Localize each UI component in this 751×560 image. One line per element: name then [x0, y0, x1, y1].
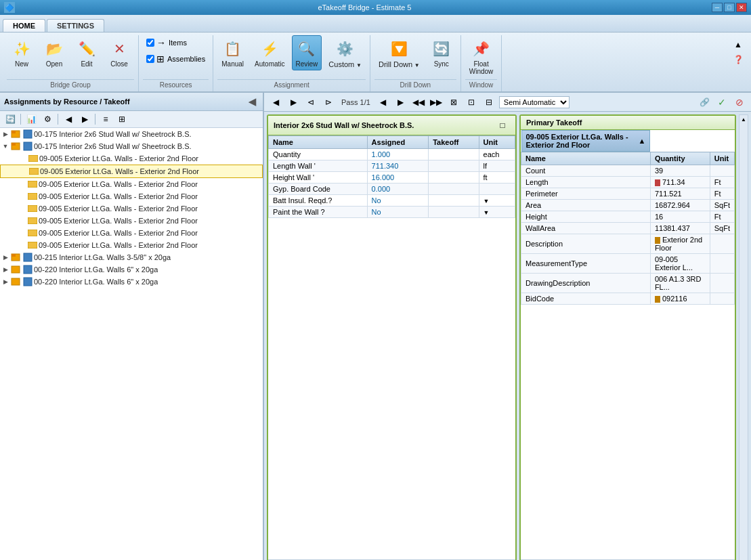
assemblies-checkbox[interactable] [146, 55, 154, 63]
tree-item[interactable]: ▼ 00-175 Interior 2x6 Stud Wall w/ Sheet… [0, 140, 263, 152]
tree-item[interactable]: ▶ 09-005 Exterior Lt.Ga. Walls - Exterio… [0, 152, 263, 165]
item-icon [22, 129, 33, 139]
row-name: DrawingDescription [521, 274, 651, 293]
row-name: WallArea [521, 223, 651, 234]
pass-nav-1[interactable]: ◀ [376, 95, 391, 109]
group-icon [10, 277, 21, 286]
edit-button[interactable]: ✏️ Edit [72, 35, 102, 70]
drilldown-group-content: 🔽 Drill Down ▼ 🔄 Sync [374, 35, 456, 78]
expand-icon[interactable]: ▼ [1, 142, 9, 150]
assignment-panel: Interior 2x6 Stud Wall w/ Sheetrock B.S.… [267, 114, 517, 560]
tree-container: ▶ 00-175 Interior 2x6 Stud Wall w/ Sheet… [0, 128, 263, 560]
items-checkbox-row[interactable]: → Items [143, 35, 209, 50]
help-up-button[interactable]: ▲ [731, 38, 746, 51]
tree-item-selected[interactable]: ▶ 09-005 Exterior Lt.Ga. Walls - Exterio… [0, 165, 263, 178]
tree-item-label: 09-005 Exterior Lt.Ga. Walls - Exterior … [39, 192, 198, 200]
tree-item[interactable]: ▶ 00-215 Interior Lt.Ga. Walls 3-5/8" x … [0, 251, 263, 263]
row-assigned: 1.000 [367, 149, 429, 160]
scroll-up[interactable]: ▲ [741, 116, 746, 123]
expand-icon[interactable]: ▶ [1, 278, 9, 286]
items-checkbox[interactable] [146, 39, 154, 47]
tree-item-label: 00-175 Interior 2x6 Stud Wall w/ Sheetro… [34, 130, 192, 138]
expand-icon[interactable]: ▶ [1, 265, 9, 274]
takeoff-sort-icon[interactable]: ▲ [639, 137, 646, 145]
check-button[interactable]: ✓ [714, 95, 729, 109]
tab-settings[interactable]: SETTINGS [47, 19, 104, 32]
color-indicator [655, 179, 660, 186]
float-window-label: FloatWindow [469, 60, 494, 75]
toolbar-sep-2 [58, 114, 58, 125]
row-unit [710, 274, 734, 293]
row-unit: lf [479, 160, 515, 172]
tab-home[interactable]: HOME [3, 19, 45, 32]
drill-down-button[interactable]: 🔽 Drill Down ▼ [374, 35, 424, 71]
tree-item-label: 09-005 Exterior Lt.Ga. Walls - Exterior … [39, 154, 198, 163]
link-button[interactable]: 🔗 [697, 95, 712, 109]
nav-first-button[interactable]: ⊲ [303, 95, 318, 109]
sub-icon [27, 179, 38, 189]
drill-down-icon: 🔽 [388, 38, 410, 60]
sync-button[interactable]: 🔄 Sync [427, 35, 456, 70]
nav-last-button[interactable]: ⊳ [321, 95, 336, 109]
refresh-button[interactable]: 🔄 [3, 112, 18, 126]
dropdown-arrow[interactable]: ▼ [484, 209, 490, 216]
filter-button[interactable]: ⚙ [40, 112, 55, 126]
next-button[interactable]: ▶ [77, 112, 92, 126]
item-icon [22, 277, 33, 286]
grid-view-button[interactable]: ⊞ [114, 112, 129, 126]
close-button[interactable]: ✕ [736, 3, 747, 12]
dropdown-arrow[interactable]: ▼ [484, 198, 490, 204]
svg-rect-19 [12, 278, 20, 285]
help-icon-button[interactable]: ❓ [731, 53, 746, 66]
nav-prev-button[interactable]: ◀ [268, 95, 283, 109]
pass-nav-5[interactable]: ⊠ [446, 95, 461, 109]
tree-item[interactable]: 09-005 Exterior Lt.Ga. Walls - Exterior … [0, 239, 263, 251]
open-button[interactable]: 📂 Open [39, 35, 69, 70]
pass-nav-4[interactable]: ▶▶ [429, 95, 444, 109]
left-panel-collapse[interactable]: ◀ [246, 95, 259, 108]
minimize-button[interactable]: ─ [712, 3, 723, 12]
tree-item[interactable]: ▶ 00-220 Interior Lt.Ga. Walls 6" x 20ga [0, 276, 263, 288]
mode-dropdown[interactable]: Semi Automatic [499, 96, 570, 108]
assignment-row: Length Wall ' 711.340 lf [269, 160, 515, 172]
nav-next-button[interactable]: ▶ [286, 95, 301, 109]
assignment-panel-options[interactable]: □ [495, 119, 510, 132]
pass-nav-3[interactable]: ◀◀ [411, 95, 426, 109]
manual-button[interactable]: 📋 Manual [217, 35, 248, 70]
expand-icon[interactable]: ▶ [1, 130, 9, 138]
row-assigned: 0.000 [367, 184, 429, 195]
maximize-button[interactable]: □ [724, 3, 735, 12]
prev-button[interactable]: ◀ [61, 112, 76, 126]
row-assigned: 711.340 [367, 160, 429, 172]
right-scrollbar[interactable]: ▲ ▼ [739, 114, 748, 560]
automatic-button[interactable]: ⚡ Automatic [251, 35, 288, 70]
sub-icon [27, 240, 38, 250]
assignment-panel-header: Interior 2x6 Stud Wall w/ Sheetrock B.S.… [268, 116, 515, 135]
float-window-button[interactable]: 📌 FloatWindow [465, 35, 498, 78]
expand-icon[interactable]: ▶ [1, 253, 9, 261]
left-panel-title: Assignments by Resource / Takeoff [4, 98, 130, 106]
pass-nav-6[interactable]: ⊡ [464, 95, 479, 109]
takeoff-col-qty: Quantity [650, 152, 710, 165]
row-takeoff [429, 172, 479, 184]
row-takeoff [429, 160, 479, 172]
row-name: Count [521, 165, 651, 177]
tree-item[interactable]: 09-005 Exterior Lt.Ga. Walls - Exterior … [0, 202, 263, 215]
view-options-button[interactable]: 📊 [24, 112, 39, 126]
tree-item[interactable]: 09-005 Exterior Lt.Ga. Walls - Exterior … [0, 190, 263, 202]
tree-item[interactable]: 09-005 Exterior Lt.Ga. Walls - Exterior … [0, 227, 263, 239]
tree-item[interactable]: 09-005 Exterior Lt.Ga. Walls - Exterior … [0, 178, 263, 190]
pass-nav-7[interactable]: ⊟ [481, 95, 496, 109]
tree-item[interactable]: ▶ 00-175 Interior 2x6 Stud Wall w/ Sheet… [0, 128, 263, 140]
tree-item[interactable]: 09-005 Exterior Lt.Ga. Walls - Exterior … [0, 215, 263, 227]
new-button[interactable]: ✨ New [7, 35, 37, 70]
list-view-button[interactable]: ≡ [98, 112, 113, 126]
custom-button[interactable]: ⚙️ Custom ▼ [324, 35, 366, 71]
pass-nav-2[interactable]: ▶ [393, 95, 408, 109]
close-ribbon-button[interactable]: ✕ Close [104, 35, 134, 70]
review-button[interactable]: 🔍 Review [292, 35, 322, 70]
takeoff-row: DrawingDescription 006 A1.3 3RD FL... [521, 274, 735, 293]
assemblies-checkbox-row[interactable]: ⊞ Assemblies [143, 51, 209, 66]
tree-item[interactable]: ▶ 00-220 Interior Lt.Ga. Walls 6" x 20ga [0, 263, 263, 276]
stop-button[interactable]: ⊘ [732, 95, 747, 109]
